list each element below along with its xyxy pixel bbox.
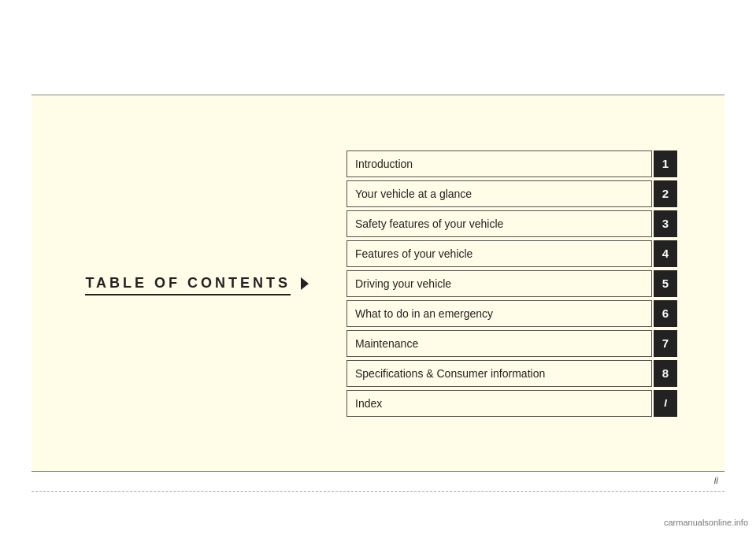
watermark: carmanualsonline.info <box>664 518 748 527</box>
toc-row[interactable]: Maintenance7 <box>346 330 677 357</box>
toc-item-label: Your vehicle at a glance <box>346 180 652 207</box>
page-number: ii <box>714 475 718 486</box>
toc-item-number: 2 <box>654 180 677 207</box>
main-content: TABLE OF CONTENTS Introduction1Your vehi… <box>32 95 724 471</box>
toc-row[interactable]: IndexI <box>346 390 677 417</box>
toc-row[interactable]: Your vehicle at a glance2 <box>346 180 677 207</box>
bottom-divider <box>32 471 724 472</box>
toc-item-number: 8 <box>654 360 677 387</box>
toc-title-block: TABLE OF CONTENTS <box>85 275 308 292</box>
dashed-divider <box>32 491 724 492</box>
left-section: TABLE OF CONTENTS <box>63 275 346 292</box>
toc-item-label: Features of your vehicle <box>346 240 652 267</box>
toc-row[interactable]: Safety features of your vehicle3 <box>346 210 677 237</box>
toc-row[interactable]: Features of your vehicle4 <box>346 240 677 267</box>
toc-row[interactable]: Introduction1 <box>346 150 677 177</box>
toc-row[interactable]: What to do in an emergency6 <box>346 300 677 327</box>
toc-item-label: Index <box>346 390 652 417</box>
toc-item-number: 5 <box>654 270 677 297</box>
toc-arrow-icon <box>301 277 309 290</box>
toc-item-number: 4 <box>654 240 677 267</box>
toc-row[interactable]: Driving your vehicle5 <box>346 270 677 297</box>
page-container: TABLE OF CONTENTS Introduction1Your vehi… <box>0 0 756 535</box>
toc-item-label: What to do in an emergency <box>346 300 652 327</box>
toc-item-label: Specifications & Consumer information <box>346 360 652 387</box>
toc-item-number: 3 <box>654 210 677 237</box>
toc-list: Introduction1Your vehicle at a glance2Sa… <box>346 150 677 417</box>
toc-item-label: Driving your vehicle <box>346 270 652 297</box>
toc-item-label: Maintenance <box>346 330 652 357</box>
toc-row[interactable]: Specifications & Consumer information8 <box>346 360 677 387</box>
toc-item-label: Safety features of your vehicle <box>346 210 652 237</box>
toc-item-number: 7 <box>654 330 677 357</box>
toc-title: TABLE OF CONTENTS <box>85 275 291 295</box>
toc-item-number: 1 <box>654 150 677 177</box>
toc-item-number: I <box>654 390 677 417</box>
toc-item-number: 6 <box>654 300 677 327</box>
toc-item-label: Introduction <box>346 150 652 177</box>
